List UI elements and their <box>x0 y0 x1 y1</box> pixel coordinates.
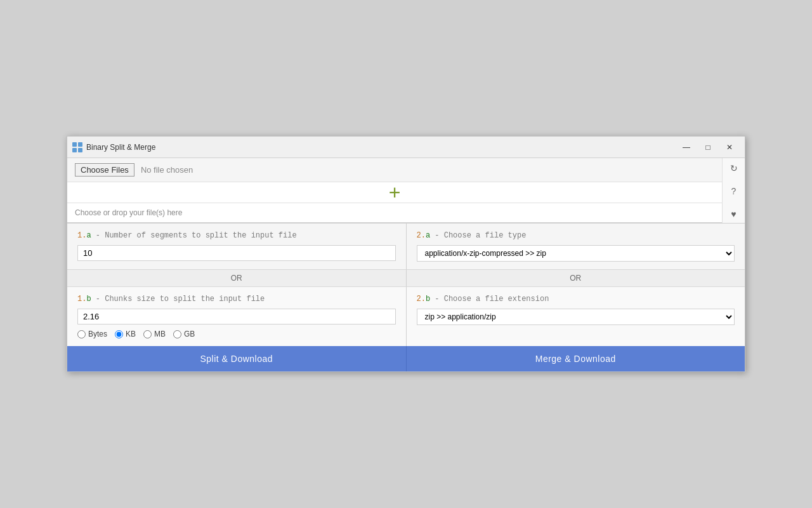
section-1a-label: 1.a - Number of segments to split the in… <box>77 231 396 240</box>
label-text-2b: - Choose a file extension <box>430 295 549 304</box>
unit-bytes-radio[interactable] <box>77 330 86 338</box>
section-2b-label: 2.b - Choose a file extension <box>417 295 735 304</box>
or-divider-row: OR OR <box>67 269 745 287</box>
label-num-2: 2 <box>417 231 421 240</box>
unit-gb-text: GB <box>184 330 195 338</box>
unit-radio-group: Bytes KB MB GB <box>77 330 396 338</box>
help-icon[interactable]: ? <box>731 186 737 196</box>
maximize-button[interactable]: □ <box>698 139 718 156</box>
unit-kb-label[interactable]: KB <box>115 330 136 338</box>
unit-bytes-text: Bytes <box>88 330 107 338</box>
titlebar: Binary Split & Merge — □ ✕ <box>67 137 745 158</box>
unit-mb-radio[interactable] <box>143 330 152 338</box>
section-2a-label: 2.a - Choose a file type <box>417 231 735 240</box>
unit-bytes-label[interactable]: Bytes <box>77 330 107 338</box>
label-letter-b: b <box>86 295 91 304</box>
unit-mb-label[interactable]: MB <box>143 330 166 338</box>
heart-icon[interactable]: ♥ <box>731 209 736 219</box>
window-title: Binary Split & Merge <box>86 143 676 152</box>
unit-kb-text: KB <box>126 330 136 338</box>
file-drop-area[interactable]: + <box>67 182 722 203</box>
section-1b: 1.b - Chunks size to split the input fil… <box>67 287 407 346</box>
unit-gb-radio[interactable] <box>173 330 181 338</box>
main-area: Choose Files No file chosen + Choose or … <box>67 158 745 223</box>
file-input-row: Choose Files No file chosen <box>67 158 722 182</box>
unit-mb-text: MB <box>154 330 166 338</box>
section-2a: 2.a - Choose a file type application/x-z… <box>407 224 745 269</box>
svg-rect-1 <box>78 142 82 147</box>
svg-rect-0 <box>72 142 77 147</box>
label-dot2: . <box>421 231 426 240</box>
no-file-label: No file chosen <box>141 165 193 175</box>
section-1a: 1.a - Number of segments to split the in… <box>67 224 407 269</box>
window-controls: — □ ✕ <box>676 139 740 156</box>
controls-row-2: 1.b - Chunks size to split the input fil… <box>67 287 745 346</box>
app-window: Binary Split & Merge — □ ✕ Choose Files … <box>67 136 745 372</box>
merge-download-button[interactable]: Merge & Download <box>407 346 745 371</box>
split-download-button[interactable]: Split & Download <box>67 346 407 371</box>
section-1b-label: 1.b - Chunks size to split the input fil… <box>77 295 396 304</box>
svg-rect-2 <box>72 148 77 152</box>
app-icon <box>72 142 82 152</box>
file-extension-select[interactable]: zip >> application/zip bin >> applicatio… <box>417 309 735 325</box>
bottom-controls: 1.a - Number of segments to split the in… <box>67 223 745 371</box>
label-letter-a: a <box>86 231 91 240</box>
add-files-icon: + <box>389 182 401 203</box>
svg-rect-3 <box>78 148 82 152</box>
file-type-select[interactable]: application/x-zip-compressed >> zip appl… <box>417 245 735 262</box>
section-2b: 2.b - Choose a file extension zip >> app… <box>407 287 745 346</box>
close-button[interactable]: ✕ <box>719 139 740 156</box>
refresh-icon[interactable]: ↻ <box>730 163 738 173</box>
sidebar: ↻ ? ♥ <box>722 158 745 223</box>
drop-zone: Choose Files No file chosen + Choose or … <box>67 158 722 223</box>
unit-gb-label[interactable]: GB <box>173 330 195 338</box>
label-text-1b: - Chunks size to split the input file <box>91 295 265 304</box>
minimize-button[interactable]: — <box>676 139 697 156</box>
main-content: Choose Files No file chosen + Choose or … <box>67 158 745 371</box>
or-divider-right: OR <box>407 269 745 287</box>
label-text-2a: - Choose a file type <box>430 231 526 240</box>
controls-row-1: 1.a - Number of segments to split the in… <box>67 224 745 269</box>
segments-input[interactable] <box>77 245 396 261</box>
drop-hint: Choose or drop your file(s) here <box>67 203 722 222</box>
unit-kb-radio[interactable] <box>115 330 123 338</box>
or-divider-left: OR <box>67 269 407 287</box>
label-dot-2b: . <box>421 295 426 304</box>
label-text-1a: - Number of segments to split the input … <box>91 231 297 240</box>
choose-files-button[interactable]: Choose Files <box>75 163 134 177</box>
action-buttons: Split & Download Merge & Download <box>67 346 745 371</box>
label-num-2b: 2 <box>417 295 421 304</box>
chunk-size-input[interactable] <box>77 309 396 324</box>
